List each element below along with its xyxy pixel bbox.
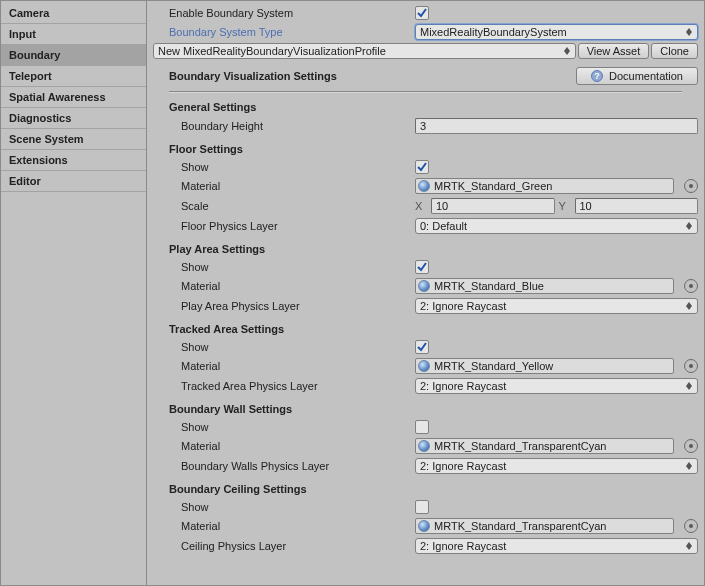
floor-show-label: Show — [153, 161, 415, 173]
play-area-show-checkbox[interactable] — [415, 260, 429, 274]
ceiling-material-label: Material — [153, 520, 415, 532]
help-icon: ? — [591, 70, 603, 82]
ceiling-material-value: MRTK_Standard_TransparentCyan — [434, 520, 606, 532]
sidebar-item-teleport[interactable]: Teleport — [1, 66, 146, 87]
ceiling-material-field[interactable]: MRTK_Standard_TransparentCyan — [415, 518, 674, 534]
floor-physics-layer-dropdown[interactable]: 0: Default — [415, 218, 698, 234]
dropdown-arrows-icon — [563, 47, 571, 55]
sidebar-item-diagnostics[interactable]: Diagnostics — [1, 108, 146, 129]
boundary-type-label[interactable]: Boundary System Type — [153, 26, 415, 38]
play-area-show-label: Show — [153, 261, 415, 273]
ceiling-physics-layer-value: 2: Ignore Raycast — [420, 540, 506, 552]
sidebar-item-spatial-awareness[interactable]: Spatial Awareness — [1, 87, 146, 108]
wall-physics-layer-value: 2: Ignore Raycast — [420, 460, 506, 472]
play-area-material-label: Material — [153, 280, 415, 292]
profile-dropdown[interactable]: New MixedRealityBoundaryVisualizationPro… — [153, 43, 576, 59]
dropdown-arrows-icon — [685, 542, 693, 550]
floor-material-value: MRTK_Standard_Green — [434, 180, 552, 192]
floor-physics-layer-label: Floor Physics Layer — [153, 220, 415, 232]
material-icon — [418, 520, 430, 532]
ceiling-physics-layer-label: Ceiling Physics Layer — [153, 540, 415, 552]
profile-row: New MixedRealityBoundaryVisualizationPro… — [153, 43, 698, 61]
tracked-area-show-label: Show — [153, 341, 415, 353]
boundary-height-input[interactable]: 3 — [415, 118, 698, 134]
ceiling-show-label: Show — [153, 501, 415, 513]
play-area-settings-header: Play Area Settings — [153, 237, 698, 257]
y-label: Y — [559, 200, 571, 212]
tracked-area-physics-layer-dropdown[interactable]: 2: Ignore Raycast — [415, 378, 698, 394]
wall-material-field[interactable]: MRTK_Standard_TransparentCyan — [415, 438, 674, 454]
sidebar-item-extensions[interactable]: Extensions — [1, 150, 146, 171]
main-panel: Enable Boundary System Boundary System T… — [147, 1, 704, 585]
wall-material-value: MRTK_Standard_TransparentCyan — [434, 440, 606, 452]
wall-material-label: Material — [153, 440, 415, 452]
wall-show-label: Show — [153, 421, 415, 433]
ceiling-settings-header: Boundary Ceiling Settings — [153, 477, 698, 497]
sidebar-item-input[interactable]: Input — [1, 24, 146, 45]
visualization-header: Boundary Visualization Settings ? Docume… — [153, 63, 698, 87]
general-settings-header: General Settings — [153, 99, 698, 115]
dropdown-arrows-icon — [685, 302, 693, 310]
wall-show-checkbox[interactable] — [415, 420, 429, 434]
floor-physics-layer-value: 0: Default — [420, 220, 467, 232]
ceiling-physics-layer-dropdown[interactable]: 2: Ignore Raycast — [415, 538, 698, 554]
enable-boundary-row: Enable Boundary System — [153, 5, 698, 21]
dropdown-arrows-icon — [685, 222, 693, 230]
tracked-area-physics-layer-value: 2: Ignore Raycast — [420, 380, 506, 392]
play-area-material-field[interactable]: MRTK_Standard_Blue — [415, 278, 674, 294]
tracked-area-material-label: Material — [153, 360, 415, 372]
play-area-physics-layer-dropdown[interactable]: 2: Ignore Raycast — [415, 298, 698, 314]
divider — [169, 91, 682, 93]
boundary-type-dropdown[interactable]: MixedRealityBoundarySystem — [415, 24, 698, 40]
tracked-area-material-value: MRTK_Standard_Yellow — [434, 360, 553, 372]
object-picker-icon[interactable] — [684, 279, 698, 293]
documentation-label: Documentation — [609, 70, 683, 82]
documentation-button[interactable]: ? Documentation — [576, 67, 698, 85]
sidebar-item-boundary[interactable]: Boundary — [1, 45, 146, 66]
boundary-height-label: Boundary Height — [153, 120, 415, 132]
floor-material-label: Material — [153, 180, 415, 192]
sidebar: Camera Input Boundary Teleport Spatial A… — [1, 1, 147, 585]
material-icon — [418, 280, 430, 292]
dropdown-arrows-icon — [685, 382, 693, 390]
sidebar-item-scene-system[interactable]: Scene System — [1, 129, 146, 150]
sidebar-item-camera[interactable]: Camera — [1, 3, 146, 24]
inspector-root: Camera Input Boundary Teleport Spatial A… — [0, 0, 705, 586]
dropdown-arrows-icon — [685, 462, 693, 470]
boundary-type-value: MixedRealityBoundarySystem — [420, 26, 567, 38]
floor-scale-y-input[interactable]: 10 — [575, 198, 699, 214]
enable-boundary-label: Enable Boundary System — [153, 7, 415, 19]
floor-scale-x-input[interactable]: 10 — [431, 198, 555, 214]
floor-material-field[interactable]: MRTK_Standard_Green — [415, 178, 674, 194]
profile-value: New MixedRealityBoundaryVisualizationPro… — [158, 45, 386, 57]
object-picker-icon[interactable] — [684, 179, 698, 193]
view-asset-button[interactable]: View Asset — [578, 43, 650, 59]
enable-boundary-checkbox[interactable] — [415, 6, 429, 20]
play-area-physics-layer-value: 2: Ignore Raycast — [420, 300, 506, 312]
boundary-type-row: Boundary System Type MixedRealityBoundar… — [153, 23, 698, 41]
wall-settings-header: Boundary Wall Settings — [153, 397, 698, 417]
floor-settings-header: Floor Settings — [153, 137, 698, 157]
visualization-title: Boundary Visualization Settings — [169, 70, 415, 82]
play-area-material-value: MRTK_Standard_Blue — [434, 280, 544, 292]
clone-button[interactable]: Clone — [651, 43, 698, 59]
floor-show-checkbox[interactable] — [415, 160, 429, 174]
material-icon — [418, 180, 430, 192]
x-label: X — [415, 200, 427, 212]
object-picker-icon[interactable] — [684, 359, 698, 373]
wall-physics-layer-dropdown[interactable]: 2: Ignore Raycast — [415, 458, 698, 474]
ceiling-show-checkbox[interactable] — [415, 500, 429, 514]
wall-physics-layer-label: Boundary Walls Physics Layer — [153, 460, 415, 472]
material-icon — [418, 360, 430, 372]
object-picker-icon[interactable] — [684, 519, 698, 533]
tracked-area-settings-header: Tracked Area Settings — [153, 317, 698, 337]
tracked-area-physics-layer-label: Tracked Area Physics Layer — [153, 380, 415, 392]
floor-scale-label: Scale — [153, 200, 415, 212]
tracked-area-show-checkbox[interactable] — [415, 340, 429, 354]
tracked-area-material-field[interactable]: MRTK_Standard_Yellow — [415, 358, 674, 374]
dropdown-arrows-icon — [685, 28, 693, 36]
play-area-physics-layer-label: Play Area Physics Layer — [153, 300, 415, 312]
material-icon — [418, 440, 430, 452]
sidebar-item-editor[interactable]: Editor — [1, 171, 146, 192]
object-picker-icon[interactable] — [684, 439, 698, 453]
